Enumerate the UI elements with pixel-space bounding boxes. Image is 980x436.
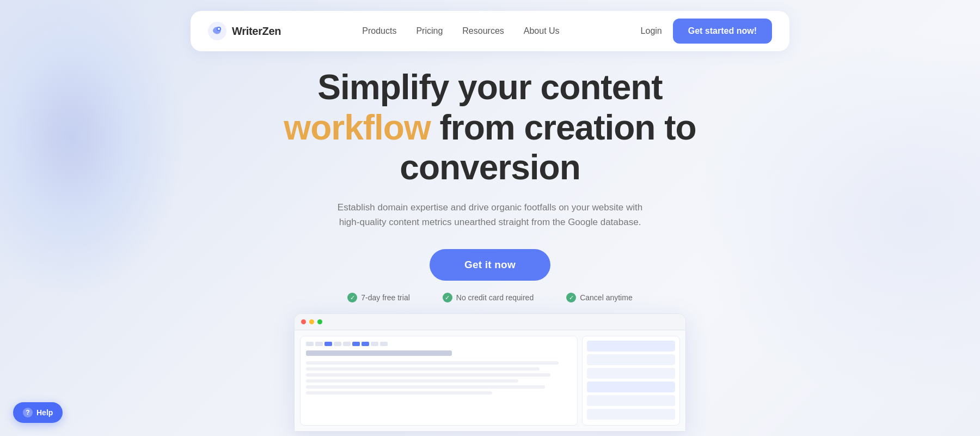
mock-line-6 xyxy=(306,391,492,395)
browser-bar xyxy=(295,314,685,330)
logo-icon xyxy=(208,22,226,40)
screenshot-sidebar xyxy=(582,336,680,426)
help-label: Help xyxy=(36,408,53,417)
get-started-button[interactable]: Get started now! xyxy=(673,19,772,44)
get-it-now-button[interactable]: Get it now xyxy=(430,249,550,281)
hero-title-part2: from creation to conversion xyxy=(400,108,696,187)
nav-item-resources[interactable]: Resources xyxy=(462,26,504,36)
check-icon-trial: ✓ xyxy=(347,293,357,302)
browser-dot-red xyxy=(301,319,306,324)
hero-section: Simplify your content workflow from crea… xyxy=(0,68,980,302)
sidebar-mock-1 xyxy=(587,341,675,352)
toolbar-btn-4 xyxy=(334,342,341,346)
hero-title-part1: Simplify your content xyxy=(317,68,662,107)
toolbar-btn-3 xyxy=(324,342,332,346)
toolbar-btn-5 xyxy=(343,342,351,346)
browser-dot-yellow xyxy=(309,319,314,324)
browser-dot-green xyxy=(317,319,322,324)
hero-cta: Get it now xyxy=(11,249,969,281)
toolbar-btn-8 xyxy=(371,342,378,346)
navbar-right: Login Get started now! xyxy=(641,19,772,44)
badge-cancel: ✓ Cancel anytime xyxy=(566,293,633,302)
mock-line-4 xyxy=(306,379,518,383)
logo-text: WriterZen xyxy=(232,25,281,38)
check-icon-cancel: ✓ xyxy=(566,293,576,302)
badge-free-trial: ✓ 7-day free trial xyxy=(347,293,409,302)
sidebar-mock-3 xyxy=(587,368,675,379)
sidebar-mock-6 xyxy=(587,409,675,420)
mock-toolbar xyxy=(306,342,572,346)
screenshot-main-panel xyxy=(300,336,578,426)
badge-cancel-text: Cancel anytime xyxy=(580,293,633,302)
mock-line-5 xyxy=(306,385,545,389)
badge-no-credit: ✓ No credit card required xyxy=(443,293,534,302)
sidebar-mock-2 xyxy=(587,354,675,365)
badge-trial-text: 7-day free trial xyxy=(361,293,409,302)
hero-badges: ✓ 7-day free trial ✓ No credit card requ… xyxy=(11,293,969,302)
mock-line-1 xyxy=(306,361,559,365)
screenshot-content xyxy=(295,330,685,431)
toolbar-btn-9 xyxy=(380,342,388,346)
mock-line-3 xyxy=(306,373,550,377)
sidebar-mock-4 xyxy=(587,382,675,392)
app-screenshot xyxy=(294,313,686,432)
toolbar-btn-6 xyxy=(352,342,360,346)
toolbar-btn-1 xyxy=(306,342,314,346)
nav-item-pricing[interactable]: Pricing xyxy=(416,26,443,36)
nav-item-products[interactable]: Products xyxy=(362,26,396,36)
navbar-nav: Products Pricing Resources About Us xyxy=(362,26,559,36)
help-button[interactable]: ? Help xyxy=(13,402,63,423)
hero-subtitle: Establish domain expertise and drive org… xyxy=(327,200,653,229)
mock-content-heading xyxy=(306,350,452,356)
toolbar-btn-7 xyxy=(362,342,369,346)
hero-title: Simplify your content workflow from crea… xyxy=(245,68,735,188)
hero-title-highlight: workflow xyxy=(284,108,430,147)
sidebar-mock-5 xyxy=(587,395,675,406)
svg-point-2 xyxy=(218,28,220,30)
help-question-icon: ? xyxy=(23,408,33,417)
toolbar-btn-2 xyxy=(315,342,323,346)
check-icon-credit: ✓ xyxy=(443,293,452,302)
mock-line-2 xyxy=(306,367,540,371)
badge-credit-text: No credit card required xyxy=(456,293,534,302)
login-button[interactable]: Login xyxy=(641,26,662,36)
nav-item-about[interactable]: About Us xyxy=(524,26,560,36)
navbar: WriterZen Products Pricing Resources Abo… xyxy=(191,11,789,51)
navbar-logo: WriterZen xyxy=(208,22,281,40)
